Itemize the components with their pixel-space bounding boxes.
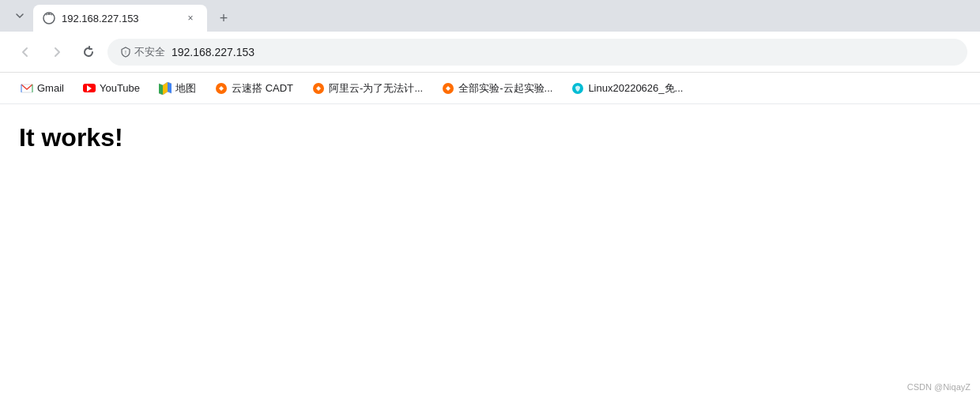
- bookmark-gmail-label: Gmail: [37, 82, 64, 94]
- bookmark-cadt-label: 云速搭 CADT: [232, 81, 293, 96]
- active-tab[interactable]: 192.168.227.153 ×: [33, 5, 207, 32]
- new-tab-btn[interactable]: +: [210, 5, 237, 32]
- bookmark-aliyun[interactable]: 阿里云-为了无法计...: [304, 78, 431, 99]
- aliyun2-icon: [442, 82, 454, 95]
- page-content: It works!: [0, 104, 980, 398]
- bookmark-linux-label: Linux20220626_免...: [588, 81, 683, 96]
- tab-title: 192.168.227.153: [62, 13, 177, 24]
- svg-marker-5: [159, 84, 163, 95]
- back-btn[interactable]: [13, 39, 38, 65]
- maps-icon: [159, 82, 172, 95]
- tab-favicon: [43, 12, 55, 24]
- forward-btn[interactable]: [44, 39, 70, 65]
- security-label: 不安全: [134, 45, 165, 59]
- svg-text:!: !: [125, 50, 126, 55]
- bookmark-cadt[interactable]: 云速搭 CADT: [207, 78, 301, 99]
- bookmark-linux[interactable]: Linux20220626_免...: [564, 78, 691, 99]
- address-bar[interactable]: ! 不安全 192.168.227.153: [107, 39, 967, 66]
- aliyun-icon: [312, 82, 325, 95]
- url-display: 192.168.227.153: [172, 46, 955, 58]
- bookmark-youtube-label: YouTube: [100, 82, 140, 94]
- watermark-text: CSDN @NiqayZ: [907, 382, 971, 392]
- bookmark-aliyun2-label: 全部实验-云起实验...: [458, 81, 552, 96]
- svg-marker-7: [168, 82, 172, 93]
- youtube-icon: [83, 82, 96, 95]
- bookmark-maps[interactable]: 地图: [151, 78, 204, 99]
- security-indicator: ! 不安全: [120, 45, 165, 59]
- bookmark-youtube[interactable]: YouTube: [75, 79, 148, 98]
- tab-bar: 192.168.227.153 × +: [0, 0, 980, 32]
- bookmark-gmail[interactable]: Gmail: [13, 79, 72, 98]
- nav-bar: ! 不安全 192.168.227.153: [0, 32, 980, 73]
- bookmarks-bar: Gmail YouTube 地图 云速搭 CADT: [0, 73, 980, 104]
- svg-marker-6: [163, 82, 168, 95]
- bookmark-aliyun-label: 阿里云-为了无法计...: [329, 81, 423, 96]
- reload-btn[interactable]: [76, 39, 101, 65]
- tab-close-btn[interactable]: ×: [183, 11, 198, 25]
- bookmark-aliyun2[interactable]: 全部实验-云起实验...: [434, 78, 560, 99]
- bookmark-maps-label: 地图: [175, 81, 196, 96]
- page-footer-watermark: CSDN @NiqayZ: [907, 382, 971, 392]
- cadt-icon: [215, 82, 228, 95]
- linux-icon: [571, 82, 584, 95]
- tab-dropdown-btn[interactable]: [6, 2, 33, 29]
- page-heading: It works!: [19, 123, 961, 152]
- gmail-icon: [21, 82, 33, 95]
